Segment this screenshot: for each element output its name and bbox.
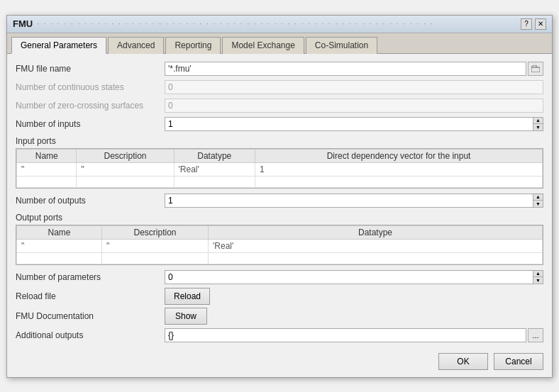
input-ports-table-container: Name Description Datatype Direct depende… — [16, 148, 543, 189]
num-inputs-spin-up[interactable]: ▲ — [533, 118, 543, 125]
input-row-description: " — [77, 162, 174, 176]
output-col-description: Description — [102, 225, 209, 239]
additional-outputs-row: Additional outputs ... — [16, 327, 543, 343]
additional-outputs-browse-button[interactable]: ... — [528, 328, 543, 342]
table-row: " " 'Real' 1 — [17, 162, 543, 176]
zero-crossing-input — [165, 99, 543, 113]
num-outputs-spin-down[interactable]: ▼ — [533, 201, 543, 207]
output-row-description: " — [102, 239, 209, 252]
title-bar-left: FMU · · · · · · · · · · · · · · · · · · … — [13, 18, 433, 29]
num-parameters-input[interactable] — [165, 270, 533, 284]
num-inputs-spinner-buttons: ▲ ▼ — [533, 117, 543, 131]
empty-cell — [17, 252, 102, 264]
fmu-file-name-row: FMU file name — [16, 61, 543, 77]
additional-outputs-label: Additional outputs — [16, 330, 165, 340]
fmu-documentation-label: FMU Documentation — [16, 311, 165, 321]
continuous-states-label: Number of continuous states — [16, 82, 165, 92]
num-outputs-spin-up[interactable]: ▲ — [533, 194, 543, 201]
empty-cell — [255, 176, 543, 187]
input-row-datatype: 'Real' — [174, 162, 255, 176]
additional-outputs-input-group: ... — [165, 328, 543, 342]
tabs-bar: General Parameters Advanced Reporting Mo… — [7, 33, 552, 54]
zero-crossing-label: Number of zero-crossing surfaces — [16, 101, 165, 111]
tab-co-simulation[interactable]: Co-Simulation — [306, 37, 377, 54]
input-ports-label: Input ports — [16, 136, 543, 146]
show-button[interactable]: Show — [165, 308, 207, 325]
input-col-description: Description — [77, 149, 174, 162]
empty-cell — [17, 176, 77, 187]
num-outputs-input[interactable] — [165, 194, 533, 208]
dialog-title: FMU — [13, 18, 33, 29]
output-ports-table: Name Description Datatype " " 'Real' — [16, 225, 543, 264]
continuous-states-row: Number of continuous states — [16, 79, 543, 95]
num-outputs-row: Number of outputs ▲ ▼ — [16, 193, 543, 208]
empty-cell — [174, 176, 255, 187]
num-parameters-label: Number of parameters — [16, 272, 165, 282]
browse-button[interactable] — [528, 62, 543, 76]
tab-advanced[interactable]: Advanced — [108, 37, 164, 54]
empty-cell — [102, 252, 209, 264]
fmu-dialog: FMU · · · · · · · · · · · · · · · · · · … — [6, 15, 553, 378]
tab-model-exchange[interactable]: Model Exchange — [222, 37, 304, 54]
zero-crossing-row: Number of zero-crossing surfaces — [16, 98, 543, 113]
input-row-dependency: 1 — [255, 162, 543, 176]
reload-file-label: Reload file — [16, 291, 165, 301]
dialog-content: FMU file name Number of continuous state… — [7, 54, 552, 377]
dialog-buttons: OK Cancel — [16, 349, 543, 370]
output-row-name: " — [17, 239, 102, 252]
tab-general-parameters[interactable]: General Parameters — [11, 37, 106, 54]
cancel-button[interactable]: Cancel — [494, 353, 543, 370]
tab-reporting[interactable]: Reporting — [165, 37, 221, 54]
ok-button[interactable]: OK — [438, 353, 488, 370]
title-dots: · · · · · · · · · · · · · · · · · · · · … — [37, 20, 433, 28]
close-button[interactable]: ✕ — [535, 18, 546, 30]
num-inputs-spin-down[interactable]: ▼ — [533, 124, 543, 130]
fmu-file-name-label: FMU file name — [16, 64, 165, 74]
num-inputs-spinner: ▲ ▼ — [165, 117, 543, 131]
fmu-file-name-input-group — [165, 62, 543, 76]
empty-cell — [209, 252, 543, 264]
title-buttons: ? ✕ — [521, 18, 546, 30]
num-inputs-input[interactable] — [165, 117, 533, 131]
fmu-documentation-row: FMU Documentation Show — [16, 308, 543, 325]
table-row: " " 'Real' — [17, 239, 543, 252]
input-col-dependency: Direct dependency vector for the input — [255, 149, 543, 162]
num-parameters-spinner: ▲ ▼ — [165, 270, 543, 284]
num-parameters-row: Number of parameters ▲ ▼ — [16, 269, 543, 285]
reload-button[interactable]: Reload — [165, 288, 210, 305]
output-col-datatype: Datatype — [209, 225, 543, 239]
input-ports-table: Name Description Datatype Direct depende… — [16, 149, 543, 188]
table-row — [17, 176, 543, 187]
num-outputs-label: Number of outputs — [16, 196, 165, 206]
output-row-datatype: 'Real' — [209, 239, 543, 252]
num-outputs-spinner: ▲ ▼ — [165, 194, 543, 208]
num-parameters-spin-up[interactable]: ▲ — [533, 271, 543, 278]
fmu-file-name-input[interactable] — [165, 62, 526, 76]
table-row — [17, 252, 543, 264]
input-row-name: " — [17, 162, 77, 176]
input-col-datatype: Datatype — [174, 149, 255, 162]
num-parameters-spin-down[interactable]: ▼ — [533, 277, 543, 284]
additional-outputs-input[interactable] — [165, 328, 526, 342]
input-col-name: Name — [17, 149, 77, 162]
help-button[interactable]: ? — [521, 18, 532, 30]
output-col-name: Name — [17, 225, 102, 239]
title-bar: FMU · · · · · · · · · · · · · · · · · · … — [7, 16, 552, 33]
continuous-states-input — [165, 80, 543, 94]
reload-file-row: Reload file Reload — [16, 288, 543, 305]
num-parameters-spinner-buttons: ▲ ▼ — [533, 270, 543, 284]
output-ports-table-container: Name Description Datatype " " 'Real' — [16, 225, 543, 265]
num-outputs-spinner-buttons: ▲ ▼ — [533, 194, 543, 208]
num-inputs-row: Number of inputs ▲ ▼ — [16, 116, 543, 132]
output-ports-label: Output ports — [16, 213, 543, 223]
svg-rect-0 — [531, 67, 540, 72]
empty-cell — [77, 176, 174, 187]
num-inputs-label: Number of inputs — [16, 119, 165, 129]
